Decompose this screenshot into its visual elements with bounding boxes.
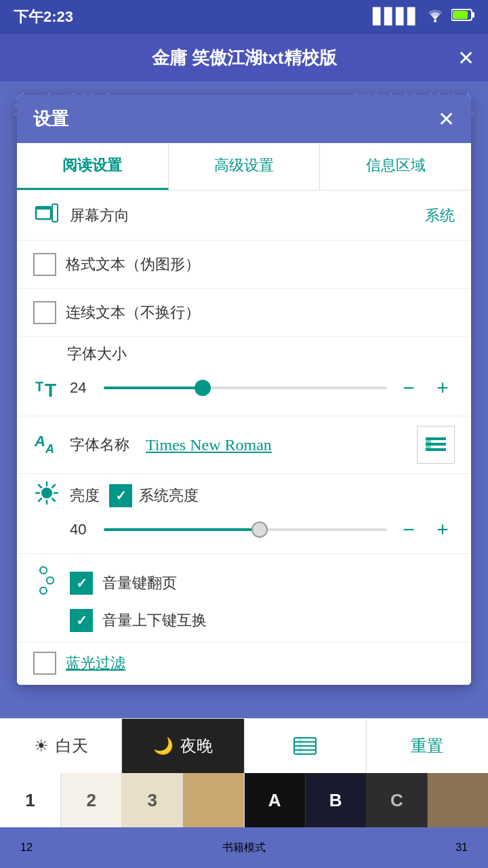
font-size-row: T T 24 − + xyxy=(33,372,455,403)
screen-orientation-value[interactable]: 系统 xyxy=(425,205,455,226)
brightness-label: 亮度 xyxy=(70,486,100,506)
settings-panel: 设置 ✕ 阅读设置 高级设置 信息区域 屏幕方向 系统 格式文本（伪图形） 连续… xyxy=(17,95,471,685)
system-brightness-checkbox[interactable] xyxy=(109,484,132,507)
settings-title: 设置 xyxy=(33,107,68,131)
brightness-slider-row: 40 − + xyxy=(33,518,455,541)
reset-label: 重置 xyxy=(411,735,443,757)
font-size-decrease-button[interactable]: − xyxy=(396,376,421,399)
app-title: 金庸 笑傲江湖txt精校版 xyxy=(152,46,337,70)
bottom-nav-left: 12 xyxy=(20,842,33,854)
brightness-icon xyxy=(33,481,60,510)
day-theme-button[interactable]: ☀ 白天 xyxy=(0,719,122,773)
volume-flip-label: 音量键翻页 xyxy=(102,573,455,593)
book-theme-button[interactable] xyxy=(245,719,367,773)
swatch-8[interactable] xyxy=(428,773,488,827)
swatches-row: 1 2 3 A B C xyxy=(0,773,488,827)
app-close-button[interactable]: ✕ xyxy=(458,46,474,70)
svg-point-0 xyxy=(434,20,436,22)
reset-button[interactable]: 重置 xyxy=(367,719,488,773)
svg-rect-31 xyxy=(298,738,302,754)
theme-row: ☀ 白天 🌙 夜晚 重置 xyxy=(0,719,488,773)
bottom-navigation: 12 书籍模式 31 xyxy=(0,827,488,868)
volume-flip-checkbox[interactable] xyxy=(70,572,93,595)
settings-body: 屏幕方向 系统 格式文本（伪图形） 连续文本（不换行） 字体大小 T T xyxy=(17,191,471,685)
brightness-decrease-button[interactable]: − xyxy=(396,518,421,541)
svg-rect-14 xyxy=(426,437,431,451)
brightness-sys-row: 系统亮度 xyxy=(109,484,199,507)
tab-advanced-settings[interactable]: 高级设置 xyxy=(169,143,321,190)
volume-icon xyxy=(33,564,60,602)
font-name-value[interactable]: Times New Roman xyxy=(146,436,407,454)
swatch-1[interactable]: 1 xyxy=(0,773,61,827)
signal-icon: ▋▋▋▋ xyxy=(373,8,419,26)
settings-tabs: 阅读设置 高级设置 信息区域 xyxy=(17,143,471,191)
font-name-label: 字体名称 xyxy=(70,435,129,455)
svg-text:T: T xyxy=(45,380,56,398)
swatch-A[interactable]: A xyxy=(245,773,306,827)
settings-close-button[interactable]: ✕ xyxy=(438,107,455,131)
svg-line-22 xyxy=(52,485,55,488)
brightness-section: 亮度 系统亮度 40 − + xyxy=(17,474,471,554)
svg-text:A: A xyxy=(34,433,45,450)
night-label: 夜晚 xyxy=(180,735,213,757)
sun-icon: ☀ xyxy=(34,736,49,755)
swatch-C[interactable]: C xyxy=(367,773,428,827)
settings-header: 设置 ✕ xyxy=(17,95,471,143)
font-name-row: A A 字体名称 Times New Roman xyxy=(17,416,471,474)
svg-rect-5 xyxy=(36,207,51,210)
tab-info-area[interactable]: 信息区域 xyxy=(320,143,471,190)
volume-flip-row: 音量键翻页 xyxy=(33,564,455,602)
volume-swap-row: 音量上下键互换 xyxy=(33,609,455,632)
night-theme-button[interactable]: 🌙 夜晚 xyxy=(122,719,244,773)
format-text-checkbox[interactable] xyxy=(33,253,56,276)
status-bar: 下午2:23 ▋▋▋▋ xyxy=(0,0,488,34)
battery-icon xyxy=(451,8,474,26)
volume-swap-checkbox[interactable] xyxy=(70,609,93,632)
font-size-slider[interactable] xyxy=(104,387,387,389)
bluelight-label[interactable]: 蓝光过滤 xyxy=(66,653,125,673)
wifi-icon xyxy=(426,7,445,26)
screen-orientation-row: 屏幕方向 系统 xyxy=(17,191,471,241)
screen-orientation-icon xyxy=(33,203,60,228)
day-label: 白天 xyxy=(56,735,88,757)
moon-icon: 🌙 xyxy=(153,736,174,755)
svg-line-23 xyxy=(39,498,41,501)
bottom-nav-right: 31 xyxy=(455,842,468,854)
svg-rect-2 xyxy=(472,12,474,18)
svg-point-25 xyxy=(47,577,54,584)
font-list-button[interactable] xyxy=(417,426,455,464)
tab-read-settings[interactable]: 阅读设置 xyxy=(17,143,169,190)
bluelight-checkbox[interactable] xyxy=(33,652,56,675)
continuous-text-label: 连续文本（不换行） xyxy=(66,302,455,323)
font-size-value: 24 xyxy=(70,379,94,397)
app-title-bar: 金庸 笑傲江湖txt精校版 ✕ xyxy=(0,34,488,81)
bluelight-filter-row: 蓝光过滤 xyxy=(17,642,471,685)
volume-section: 音量键翻页 音量上下键互换 xyxy=(17,554,471,642)
bottom-bar: ☀ 白天 🌙 夜晚 重置 1 2 3 xyxy=(0,718,488,868)
swatch-2[interactable]: 2 xyxy=(61,773,122,827)
swatch-4[interactable] xyxy=(183,773,244,827)
font-name-icon: A A xyxy=(33,430,60,460)
swatch-B[interactable]: B xyxy=(306,773,367,827)
svg-line-20 xyxy=(39,485,41,488)
font-size-section: 字体大小 T T 24 − + xyxy=(17,337,471,416)
font-size-icon: T T xyxy=(33,372,60,403)
system-brightness-label: 系统亮度 xyxy=(139,486,199,506)
status-time: 下午2:23 xyxy=(14,7,73,27)
svg-rect-6 xyxy=(52,204,58,222)
svg-rect-3 xyxy=(453,11,468,19)
format-text-label: 格式文本（伪图形） xyxy=(66,254,455,275)
swatch-3[interactable]: 3 xyxy=(122,773,183,827)
svg-point-15 xyxy=(41,488,52,498)
format-text-row: 格式文本（伪图形） xyxy=(17,241,471,289)
continuous-text-checkbox[interactable] xyxy=(33,301,56,324)
brightness-slider[interactable] xyxy=(104,528,387,531)
brightness-top-row: 亮度 系统亮度 xyxy=(33,481,455,510)
font-size-increase-button[interactable]: + xyxy=(430,376,455,399)
continuous-text-row: 连续文本（不换行） xyxy=(17,289,471,337)
svg-point-26 xyxy=(40,587,47,594)
bottom-nav-center: 书籍模式 xyxy=(222,841,266,855)
brightness-increase-button[interactable]: + xyxy=(430,518,455,541)
volume-swap-label: 音量上下键互换 xyxy=(102,610,455,631)
svg-line-21 xyxy=(52,498,55,501)
